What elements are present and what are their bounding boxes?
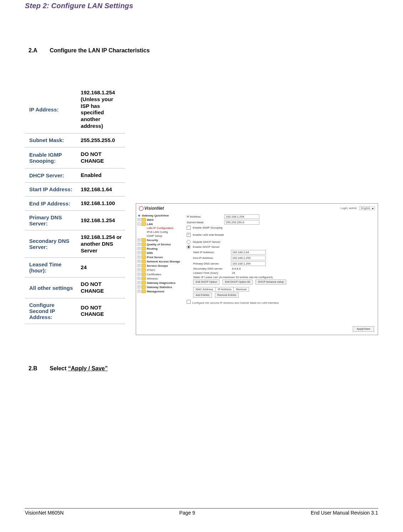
section-2b-prefix: Select — [50, 365, 68, 371]
expand-icon[interactable]: + — [138, 273, 140, 276]
dhcp-enable-radio[interactable] — [187, 245, 191, 249]
column-header: Remove — [234, 287, 249, 291]
folder-icon — [141, 247, 146, 250]
sidebar-item[interactable]: +Security — [138, 238, 184, 242]
expand-icon[interactable]: + — [138, 268, 140, 271]
sidebar-item-label: Gateway QuickView — [142, 214, 169, 217]
expand-icon[interactable]: + — [138, 260, 140, 263]
expand-icon[interactable]: + — [138, 290, 140, 293]
config-panel: IP Address:192.168.1.254 Subnet Mask:255… — [184, 213, 378, 335]
lease-time-value: 24 — [231, 271, 236, 275]
table-row: Secondary DNS Server:192.168.1.254 or an… — [25, 230, 125, 258]
field-label: Enable DHCP Server — [193, 245, 219, 249]
setting-value: 192.168.1.254 (Unless your ISP has speci… — [77, 86, 125, 133]
sidebar-item[interactable]: IGMP Setup — [138, 234, 184, 238]
firewall-checkbox[interactable]: ✓ — [187, 233, 191, 237]
folder-icon — [141, 218, 146, 221]
footer-center: Page 9 — [179, 510, 195, 516]
section-2a-text: Configure the LAN IP Characteristics — [50, 47, 150, 54]
setting-label: Start IP Address: — [25, 182, 77, 197]
sidebar-item[interactable]: +Wireless — [138, 276, 184, 281]
sidebar-item-label: Print Server — [147, 256, 163, 259]
column-header: MAC Address — [193, 287, 216, 291]
setting-value: DO NOT CHANGE — [77, 147, 125, 168]
table-row: Start IP Address:192.168.1.64 — [25, 182, 125, 197]
primary-dns-input[interactable]: 192.168.1.254 — [231, 261, 266, 266]
expand-icon[interactable]: + — [138, 243, 140, 246]
folder-icon — [141, 272, 146, 276]
expand-icon[interactable]: + — [138, 256, 140, 259]
sidebar-item-label: WAN — [147, 218, 154, 221]
sidebar-item[interactable]: +Print Server — [138, 255, 184, 259]
sidebar-item-label: Gateway Statistics — [147, 286, 172, 289]
table-row: Configure Second IP Address:DO NOT CHANG… — [25, 298, 125, 324]
sidebar-item-label: Security — [147, 239, 158, 242]
field-label: Enable IGMP Snooping — [193, 226, 222, 229]
sidebar-item[interactable]: +DNS — [138, 251, 184, 255]
setting-value: 192.168.1.254 or another DNS Server — [77, 230, 125, 258]
sidebar-item-label: IPv6 LAN Config — [147, 230, 168, 234]
footer-right: End User Manual Revision 3.1 — [311, 510, 378, 516]
expand-icon[interactable]: + — [138, 251, 140, 254]
edit-dhcp-option60-button[interactable]: Edit DHCP Option 60 — [222, 280, 253, 285]
sidebar-item[interactable]: +IPSEC — [138, 268, 184, 272]
table-row: Leased Time (hour):24 — [25, 258, 125, 277]
expand-icon[interactable]: + — [138, 281, 140, 284]
login-label: Login: admin — [341, 207, 357, 210]
sidebar-item[interactable]: +Network Access Storage — [138, 259, 184, 264]
brand-logo: VisionNet — [139, 206, 164, 211]
dhcp-disable-radio[interactable] — [187, 240, 191, 244]
igmp-checkbox[interactable] — [187, 226, 191, 230]
table-row: All other settingsDO NOT CHANGE — [25, 277, 125, 298]
section-2a: 2.A Configure the LAN IP Characteristics — [25, 47, 378, 54]
sidebar-item[interactable]: +Routing — [138, 246, 184, 251]
apply-save-button[interactable]: Apply/Save — [353, 326, 374, 332]
expand-icon[interactable]: + — [138, 277, 140, 280]
collapse-icon[interactable]: - — [138, 223, 140, 225]
table-row: Primary DNS Server:192.168.1.254 — [25, 211, 125, 230]
field-label: Enable LAN side firewall — [193, 233, 224, 236]
remove-entries-button[interactable]: Remove Entries — [215, 293, 239, 298]
dhcp-advance-button[interactable]: DHCP Advance setup — [255, 280, 286, 285]
sidebar-item-label: Gateway Diagnostics — [147, 281, 175, 285]
second-ip-checkbox[interactable] — [187, 300, 191, 304]
section-2b: 2.B Select “Apply / Save” — [25, 365, 378, 372]
field-label: Start IP Address: — [193, 251, 229, 254]
expand-icon[interactable]: + — [138, 264, 140, 267]
expand-icon[interactable]: + — [138, 247, 140, 250]
dot-icon — [138, 215, 140, 217]
setting-value: 192.168.1.254 — [77, 211, 125, 230]
sidebar-item[interactable]: +Gateway Statistics — [138, 285, 184, 289]
sidebar-item-lan[interactable]: -LAN — [138, 222, 184, 226]
folder-icon — [141, 260, 146, 263]
sidebar-item-lan-ip-config[interactable]: LAN IP Configuration — [138, 226, 184, 230]
sidebar-item[interactable]: +Quality of Service — [138, 242, 184, 246]
sidebar-item[interactable]: +Service Groups — [138, 264, 184, 268]
setting-value: 192.168.1.64 — [77, 182, 125, 197]
field-label: Leased Time (hour): — [193, 271, 229, 275]
setting-label: Configure Second IP Address: — [25, 298, 77, 324]
start-ip-input[interactable]: 192.168.1.64 — [231, 250, 266, 255]
sidebar-item[interactable]: Gateway QuickView — [138, 214, 184, 218]
setting-label: Primary DNS Server: — [25, 211, 77, 230]
sidebar-item[interactable]: IPv6 LAN Config — [138, 230, 184, 234]
ip-address-input[interactable]: 192.168.1.254 — [224, 214, 259, 219]
sidebar-item-label: Management — [147, 290, 164, 293]
setting-value: DO NOT CHANGE — [77, 298, 125, 324]
subnet-mask-input[interactable]: 255.255.255.0 — [224, 220, 259, 225]
apply-save-link-text: “Apply / Save” — [68, 365, 108, 371]
language-select[interactable]: English — [359, 206, 375, 210]
sidebar-item[interactable]: +Gateway Diagnostics — [138, 281, 184, 285]
expand-icon[interactable]: + — [138, 239, 140, 241]
add-entries-button[interactable]: Add Entries — [193, 293, 212, 298]
end-ip-input[interactable]: 192.168.1.253 — [231, 256, 266, 260]
edit-dhcp-option-button[interactable]: Edit DHCP Option — [193, 280, 219, 285]
sidebar-item[interactable]: +Management — [138, 289, 184, 293]
expand-icon[interactable]: + — [138, 218, 140, 221]
sidebar-item[interactable]: +Certificates — [138, 272, 184, 276]
table-row: DHCP Server:Enabled — [25, 168, 125, 182]
field-label: Configure the second IP Address and Subn… — [192, 301, 279, 304]
sidebar-item[interactable]: +WAN — [138, 218, 184, 222]
expand-icon[interactable]: + — [138, 286, 140, 288]
folder-icon — [141, 277, 146, 280]
